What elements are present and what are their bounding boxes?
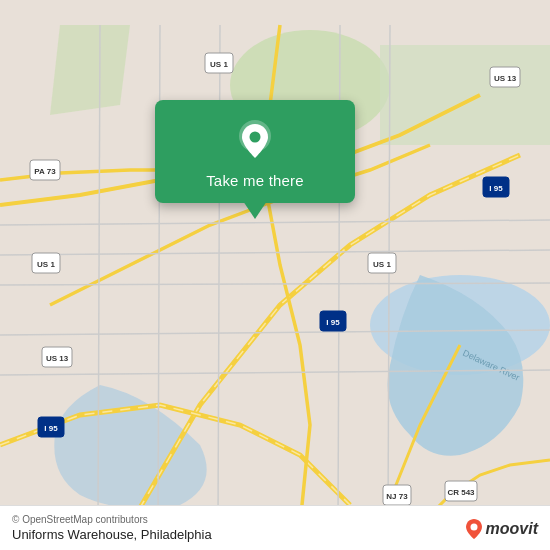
moovit-pin-icon <box>465 518 483 540</box>
svg-text:US 13: US 13 <box>46 354 69 363</box>
svg-point-30 <box>470 524 477 531</box>
svg-text:I 95: I 95 <box>489 184 503 193</box>
map-background: Delaware River U <box>0 0 550 550</box>
svg-text:US 1: US 1 <box>210 60 228 69</box>
svg-text:US 13: US 13 <box>494 74 517 83</box>
moovit-text: moovit <box>486 520 538 538</box>
svg-text:NJ 73: NJ 73 <box>386 492 408 501</box>
svg-text:I 95: I 95 <box>44 424 58 433</box>
svg-text:US 1: US 1 <box>373 260 391 269</box>
svg-text:PA 73: PA 73 <box>34 167 56 176</box>
svg-text:US 1: US 1 <box>37 260 55 269</box>
take-me-there-button[interactable]: Take me there <box>206 170 304 191</box>
svg-marker-3 <box>50 25 130 115</box>
svg-rect-2 <box>380 45 550 145</box>
svg-text:I 95: I 95 <box>326 318 340 327</box>
popup-card[interactable]: Take me there <box>155 100 355 203</box>
moovit-logo: moovit <box>465 518 538 540</box>
map-attribution: © OpenStreetMap contributors <box>12 514 538 525</box>
location-name: Uniforms Warehouse, Philadelphia <box>12 527 538 542</box>
svg-point-29 <box>250 132 261 143</box>
svg-text:CR 543: CR 543 <box>447 488 475 497</box>
location-pin-icon <box>233 118 277 162</box>
map-container: Delaware River U <box>0 0 550 550</box>
